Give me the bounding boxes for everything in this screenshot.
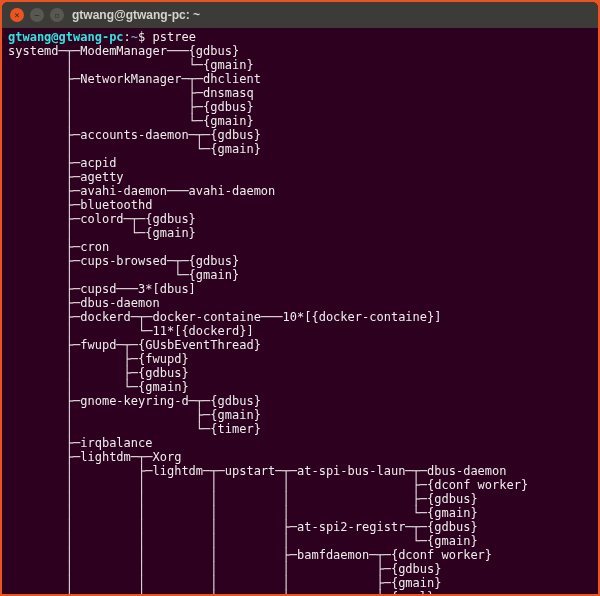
prompt-dollar: $ <box>138 30 145 44</box>
minimize-button[interactable]: − <box>30 8 44 22</box>
titlebar: × − ▫ gtwang@gtwang-pc: ~ <box>2 2 598 28</box>
prompt-sep: : <box>124 30 131 44</box>
terminal-body[interactable]: gtwang@gtwang-pc:~$ pstree systemd─┬─Mod… <box>2 28 598 594</box>
command-text: pstree <box>153 30 196 44</box>
prompt-user-host: gtwang@gtwang-pc <box>8 30 124 44</box>
prompt-path: ~ <box>131 30 138 44</box>
pstree-output: systemd─┬─ModemManager───{gdbus} │ └─{gm… <box>8 44 528 594</box>
close-button[interactable]: × <box>10 8 24 22</box>
maximize-button[interactable]: ▫ <box>50 8 64 22</box>
terminal-window: × − ▫ gtwang@gtwang-pc: ~ gtwang@gtwang-… <box>2 2 598 594</box>
window-controls: × − ▫ <box>10 8 64 22</box>
maximize-icon: ▫ <box>54 11 59 20</box>
minimize-icon: − <box>34 11 39 20</box>
close-icon: × <box>14 11 19 20</box>
window-title: gtwang@gtwang-pc: ~ <box>72 8 200 22</box>
